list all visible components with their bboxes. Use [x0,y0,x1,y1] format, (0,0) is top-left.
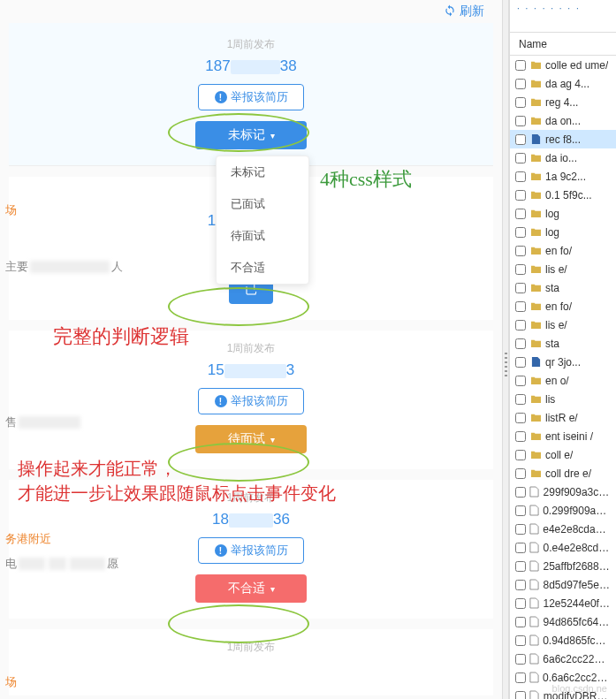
tree-row[interactable]: lis [510,390,616,408]
side-text: 场 [5,202,17,218]
row-checkbox[interactable] [515,134,526,145]
tree-row[interactable]: log [510,223,616,241]
row-checkbox[interactable] [515,79,526,89]
tree-row[interactable]: coll e/ [510,445,616,464]
row-checkbox[interactable] [515,672,526,683]
row-checkbox[interactable] [515,394,526,405]
tree-row[interactable]: e4e2e8cda4ec3... [510,520,616,538]
row-checkbox[interactable] [515,264,526,275]
tree-row[interactable]: en o/ [510,371,616,390]
row-checkbox[interactable] [515,320,526,331]
status-button-pending[interactable]: 待面试▾ [195,425,307,453]
chevron-down-icon: ▾ [270,435,275,444]
tree-row[interactable]: 6a6c2cc224761... [510,650,616,668]
tree-row[interactable]: sta [510,278,616,297]
row-checkbox[interactable] [515,283,526,293]
row-checkbox[interactable] [515,450,526,460]
tree-label: en o/ [545,375,569,387]
row-checkbox[interactable] [515,635,526,646]
row-checkbox[interactable] [515,338,526,349]
folder-icon [529,319,542,331]
file-icon [529,634,539,647]
row-checkbox[interactable] [515,580,526,590]
row-checkbox[interactable] [515,190,526,201]
row-checkbox[interactable] [515,153,526,163]
tree-label: da on... [545,115,581,127]
row-checkbox[interactable] [515,376,526,386]
folder-icon [529,282,542,294]
column-header-name[interactable]: Name [510,33,616,56]
tree-row[interactable]: colle ed ume/ [510,56,616,74]
row-checkbox[interactable] [515,227,526,238]
tree-label: 0.299f909a3c0e... [543,505,611,517]
row-checkbox[interactable] [515,543,526,553]
dropdown-item-unmarked[interactable]: 未标记 [217,156,308,188]
report-button[interactable]: !举报该简历 [198,388,304,414]
row-checkbox[interactable] [515,209,526,219]
dropdown-item-unfit[interactable]: 不合适 [217,252,308,284]
tree-row[interactable]: ent iseini / [510,427,616,445]
row-checkbox[interactable] [515,97,526,108]
row-checkbox[interactable] [515,468,526,479]
row-checkbox[interactable] [515,431,526,442]
row-checkbox[interactable] [515,413,526,423]
row-checkbox[interactable] [515,691,526,700]
tree-row[interactable]: 0.299f909a3c0e... [510,501,616,520]
tree-row[interactable]: log [510,204,616,223]
row-checkbox[interactable] [515,487,526,498]
tree-row[interactable]: listR e/ [510,408,616,427]
row-checkbox[interactable] [515,617,526,627]
tree-row[interactable]: 0.e4e2e8cda4e... [510,538,616,557]
report-button[interactable]: !举报该简历 [198,537,304,564]
tree-row[interactable]: 0.1 5f9c... [510,186,616,204]
row-checkbox[interactable] [515,505,526,516]
tree-row[interactable]: coll dre e/ [510,464,616,482]
folder-icon [529,152,542,164]
refresh-button[interactable]: 刷新 [444,0,484,23]
tree-row[interactable]: qr 3jo... [510,353,616,371]
row-checkbox[interactable] [515,60,526,71]
tree-row[interactable]: en fo/ [510,297,616,315]
tree-row[interactable]: da io... [510,148,616,167]
tree-row[interactable]: da ag 4... [510,74,616,93]
dropdown-item-interviewed[interactable]: 已面试 [217,188,308,220]
tree-row[interactable]: da on... [510,111,616,130]
tree-row[interactable]: en fo/ [510,241,616,260]
row-checkbox[interactable] [515,598,526,609]
folder-icon [529,338,542,350]
status-button-unfit[interactable]: 不合适▾ [195,574,307,603]
status-button-unmarked[interactable]: 未标记▾ [195,121,307,149]
tree-row[interactable]: sta [510,334,616,353]
refresh-label: 刷新 [460,4,484,19]
refresh-icon [444,4,456,19]
folder-icon [529,115,542,127]
tree-row[interactable]: lis e/ [510,315,616,334]
tree-row[interactable]: 25affbf26881b5... [510,557,616,575]
row-checkbox[interactable] [515,171,526,182]
tree-row[interactable]: lis e/ [510,260,616,278]
row-checkbox[interactable] [515,246,526,256]
dropdown-item-pending[interactable]: 待面试 [217,220,308,252]
tree-row[interactable]: 12e5244e0f5ff6... [510,594,616,612]
tree-label: 94d865fc64782... [544,616,611,628]
folder-icon [529,226,542,239]
tree-row[interactable]: 94d865fc64782... [510,612,616,631]
tree-label: en fo/ [545,300,572,313]
report-button[interactable]: !举报该简历 [198,84,304,110]
phone-number: 153 [21,361,481,379]
tree-row[interactable]: 1a 9c2... [510,167,616,186]
row-checkbox[interactable] [515,561,526,572]
chevron-down-icon: ▾ [270,131,275,141]
row-checkbox[interactable] [515,116,526,126]
tree-row[interactable]: rec f8... [510,130,616,148]
row-checkbox[interactable] [515,357,526,368]
file-icon [529,653,539,665]
tree-row[interactable]: reg 4... [510,93,616,111]
tree-row[interactable]: 8d5d97fe5e2ed... [510,575,616,594]
tree-row[interactable]: 299f909a3c0e1... [510,482,616,501]
row-checkbox[interactable] [515,301,526,312]
tree-row[interactable]: 0.94d865fc6478... [510,631,616,650]
pane-divider[interactable] [502,0,509,699]
row-checkbox[interactable] [515,524,526,535]
row-checkbox[interactable] [515,654,526,665]
